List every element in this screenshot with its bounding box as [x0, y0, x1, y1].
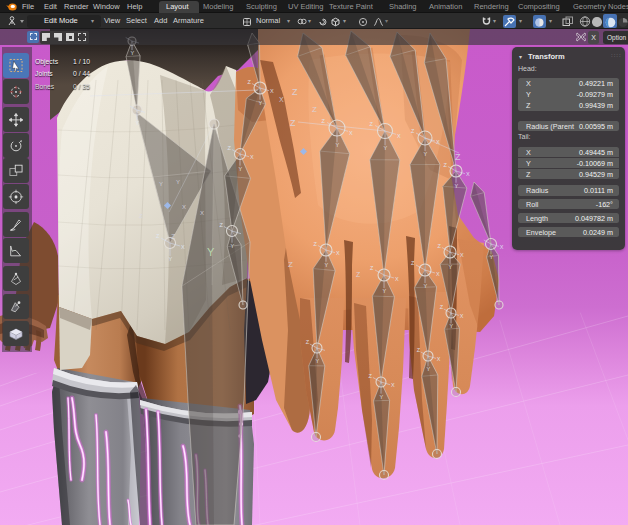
svg-text:Z: Z	[171, 233, 176, 240]
svg-text:Y: Y	[131, 50, 135, 56]
svg-text:X: X	[466, 171, 470, 177]
svg-text:X: X	[336, 250, 340, 256]
svg-text:Z: Z	[455, 152, 461, 162]
svg-text:X: X	[181, 244, 185, 250]
svg-text:X: X	[250, 154, 254, 160]
svg-text:Y: Y	[384, 145, 388, 151]
svg-text:X: X	[460, 252, 464, 258]
svg-text:Y: Y	[207, 246, 215, 258]
svg-text:X: X	[437, 356, 441, 362]
svg-text:Y: Y	[316, 358, 320, 364]
svg-text:Y: Y	[231, 243, 235, 249]
svg-text:Y: Y	[424, 151, 428, 157]
svg-text:Y: Y	[239, 166, 243, 172]
svg-text:X: X	[349, 130, 353, 136]
svg-text:X: X	[397, 133, 401, 139]
svg-text:X: X	[182, 204, 186, 210]
svg-text:X: X	[279, 96, 284, 103]
svg-text:Y: Y	[383, 288, 387, 294]
svg-text:Z: Z	[356, 271, 361, 278]
svg-text:Y: Y	[380, 394, 384, 400]
svg-text:Y: Y	[169, 256, 173, 262]
svg-text:Z: Z	[312, 105, 317, 114]
svg-text:Y: Y	[450, 323, 454, 329]
svg-text:Y: Y	[176, 179, 180, 185]
svg-text:Y: Y	[490, 254, 494, 260]
svg-text:Y: Y	[159, 181, 163, 187]
svg-text:Y: Y	[136, 120, 140, 126]
svg-text:X: X	[460, 313, 464, 319]
svg-text:Y: Y	[336, 142, 340, 148]
svg-text:X: X	[391, 382, 395, 388]
svg-text:Y: Y	[424, 283, 428, 289]
svg-text:X: X	[436, 271, 440, 277]
svg-text:Y: Y	[455, 183, 459, 189]
svg-text:Z: Z	[292, 87, 298, 97]
svg-text:X: X	[200, 210, 204, 216]
svg-text:X: X	[500, 244, 504, 250]
svg-text:Y: Y	[427, 366, 431, 372]
svg-text:X: X	[270, 88, 274, 94]
svg-text:Y: Y	[325, 262, 329, 268]
svg-text:Y: Y	[259, 100, 263, 106]
svg-text:Z: Z	[290, 118, 296, 128]
svg-text:Y: Y	[449, 264, 453, 270]
svg-text:Z: Z	[288, 260, 293, 269]
svg-text:X: X	[395, 276, 399, 282]
svg-text:Z: Z	[139, 213, 143, 219]
